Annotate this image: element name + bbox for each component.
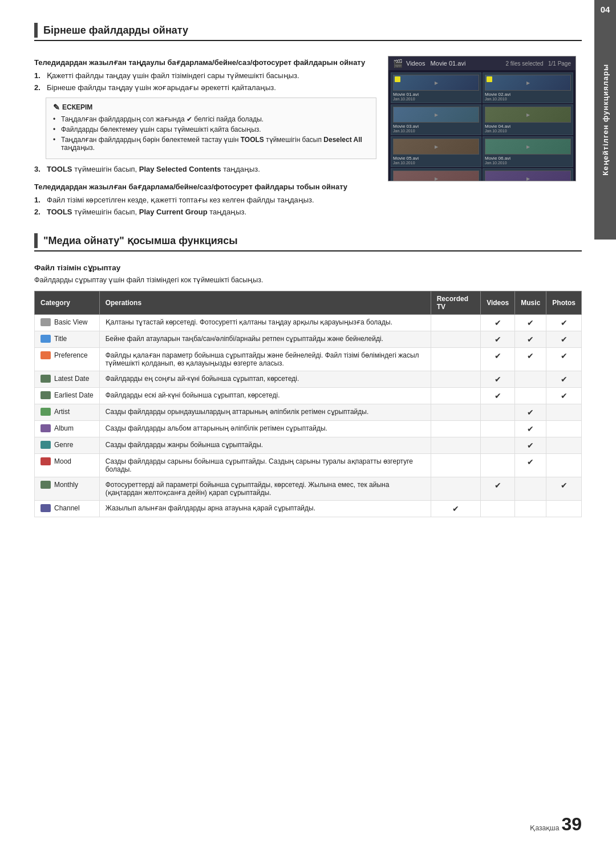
photos-cell: ✔ <box>546 477 582 501</box>
screenshot-item: ▶ Movie 08.avi Jan.10.2010 <box>483 168 573 181</box>
op-cell: Сазды файлдарды жанры бойынша сұрыптайды… <box>99 437 431 454</box>
col-music: Music <box>515 291 546 315</box>
step2: 2. Бірнеше файлды таңдау үшін жоғарыдағы… <box>34 83 376 92</box>
videos-cell <box>481 404 515 421</box>
sub2-step1: 1. Файл тізімі көрсетілген кезде, қажетт… <box>34 196 376 204</box>
thumb: ▶ <box>485 107 571 123</box>
photos-cell: ✔ <box>546 331 582 348</box>
bullet1: Таңдалған файлдардың сол жағында ✔ белгі… <box>53 115 369 123</box>
section2-title: "Медиа ойнату" қосымша функциясы <box>43 234 238 247</box>
col-category: Category <box>35 291 100 315</box>
recorded-tv-cell <box>431 404 480 421</box>
cat-icon <box>40 318 51 326</box>
section2-bar <box>34 233 38 248</box>
photos-cell: ✔ <box>546 348 582 371</box>
section1-header: Бірнеше файлдарды ойнату <box>34 23 582 41</box>
photos-cell <box>546 437 582 454</box>
section-bar <box>34 23 38 38</box>
music-cell: ✔ <box>515 404 546 421</box>
col-recorded-tv: Recorded TV <box>431 291 480 315</box>
cat-icon <box>40 408 51 416</box>
col-videos: Videos <box>481 291 515 315</box>
screenshot-item: ▶ Movie 07.avi Jan.10.2010 <box>391 168 481 181</box>
screenshot-item: ▶ Movie 06.avi Jan.10.2010 <box>483 136 573 167</box>
screenshot-item: ▶ Movie 04.avi Jan.10.2010 <box>483 104 573 135</box>
cat-icon <box>40 504 51 512</box>
chapter-title: Кеңейтілген функциялары <box>601 64 610 176</box>
music-cell <box>515 501 546 517</box>
table-row: Monthly Фотосуреттерді ай параметрі бойы… <box>35 477 582 501</box>
recorded-tv-cell <box>431 388 480 404</box>
cat-label: Mood <box>54 457 71 465</box>
videos-cell: ✔ <box>481 331 515 348</box>
screenshot-grid: ▶ Movie 01.avi Jan.10.2010 ▶ Movie 02.av… <box>388 70 576 181</box>
step3-list: 3. TOOLS түймешігін басып, Play Selected… <box>34 165 376 173</box>
note-title: ✎ ЕСКЕРІМ <box>53 103 369 112</box>
photos-cell: ✔ <box>546 315 582 331</box>
table-row: Latest Date Файлдарды ең соңғы ай-күні б… <box>35 371 582 388</box>
cat-label: Preference <box>54 351 88 359</box>
op-cell: Файлды қалаған параметр бойынша сұрыптай… <box>99 348 431 371</box>
recorded-tv-cell <box>431 421 480 437</box>
cat-icon <box>40 481 51 489</box>
thumb: ▶ <box>393 107 479 123</box>
cat-label: Album <box>54 424 74 432</box>
cat-cell: Album <box>35 421 100 437</box>
music-cell: ✔ <box>515 331 546 348</box>
recorded-tv-cell <box>431 315 480 331</box>
cat-label: Earliest Date <box>54 391 94 399</box>
cat-cell: Latest Date <box>35 371 100 388</box>
screenshot-icon: 🎬 <box>393 59 403 68</box>
chapter-number: 04 <box>597 5 614 14</box>
cat-icon <box>40 351 51 359</box>
recorded-tv-cell <box>431 477 480 501</box>
table-row: Channel Жазылып алынған файлдарды арна а… <box>35 501 582 517</box>
cat-cell: Title <box>35 331 100 348</box>
cat-label: Latest Date <box>54 375 89 383</box>
music-cell: ✔ <box>515 454 546 477</box>
subsection1-title: Теледидардан жазылған таңдаулы бағдарлам… <box>34 58 376 67</box>
videos-cell: ✔ <box>481 315 515 331</box>
subsection2-steps: 1. Файл тізімі көрсетілген кезде, қажетт… <box>34 196 376 216</box>
op-cell: Файлдарды ең соңғы ай-күні бойынша сұрып… <box>99 371 431 388</box>
recorded-tv-cell <box>431 348 480 371</box>
footer-lang: Қазақша <box>530 824 559 832</box>
page-number: 39 <box>561 814 582 835</box>
videos-cell <box>481 421 515 437</box>
music-cell <box>515 388 546 404</box>
cat-icon <box>40 335 51 343</box>
step1: 1. Қажетті файлды таңдау үшін файл тізім… <box>34 71 376 80</box>
photos-cell: ✔ <box>546 371 582 388</box>
thumb: ▶ <box>393 171 479 181</box>
screenshot-info: 2 files selected 1/1 Page <box>505 60 571 67</box>
sorting-section: Файл тізімін сұрыптау Файлдарды сұрыптау… <box>34 263 582 517</box>
recorded-tv-cell <box>431 371 480 388</box>
cat-label: Genre <box>54 441 73 449</box>
recorded-tv-cell <box>431 454 480 477</box>
subsection1-steps: 1. Қажетті файлды таңдау үшін файл тізім… <box>34 71 376 92</box>
side-tab: 04 Кеңейтілген функциялары <box>594 0 616 240</box>
page-container: 04 Кеңейтілген функциялары Бірнеше файлд… <box>0 0 616 852</box>
cat-cell: Basic View <box>35 315 100 331</box>
cat-icon <box>40 375 51 383</box>
sorting-title: Файл тізімін сұрыптау <box>34 263 582 272</box>
table-row: Preference Файлды қалаған параметр бойын… <box>35 348 582 371</box>
thumb: ▶ <box>393 139 479 155</box>
table-row: Album Сазды файлдарды альбом аттарының ә… <box>35 421 582 437</box>
screenshot-item: ▶ Movie 05.avi Jan.10.2010 <box>391 136 481 167</box>
cat-label: Channel <box>54 504 80 512</box>
section2-header: "Медиа ойнату" қосымша функциясы <box>34 233 582 251</box>
photos-cell <box>546 421 582 437</box>
videos-cell: ✔ <box>481 348 515 371</box>
table-row: Earliest Date Файлдарды ескі ай-күні бой… <box>35 388 582 404</box>
section1-title: Бірнеше файлдарды ойнату <box>43 25 188 36</box>
table-row: Genre Сазды файлдарды жанры бойынша сұры… <box>35 437 582 454</box>
videos-cell <box>481 454 515 477</box>
note-box: ✎ ЕСКЕРІМ Таңдалған файлдардың сол жағын… <box>46 98 376 159</box>
thumb: ▶ <box>485 171 571 181</box>
music-cell: ✔ <box>515 437 546 454</box>
cat-cell: Monthly <box>35 477 100 501</box>
music-cell <box>515 477 546 501</box>
videos-cell: ✔ <box>481 388 515 404</box>
table-header-row: Category Operations Recorded TV Videos M… <box>35 291 582 315</box>
